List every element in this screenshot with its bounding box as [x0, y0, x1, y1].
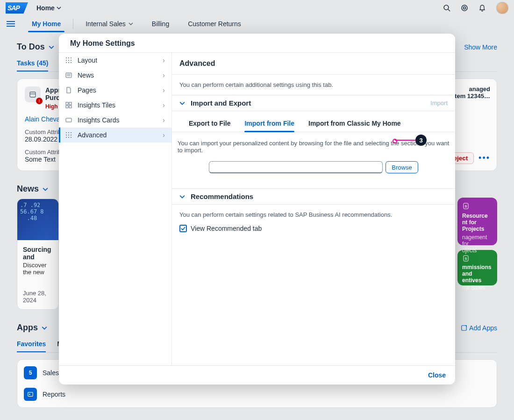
view-recommended-checkbox-row[interactable]: View Recommended tab: [172, 225, 455, 240]
chevron-right-icon: ›: [163, 57, 165, 64]
svg-point-19: [66, 60, 67, 61]
panel-recommendations-header[interactable]: Recommendations: [172, 188, 455, 205]
svg-point-21: [71, 60, 71, 61]
chevron-right-icon: ›: [163, 116, 165, 124]
tab-import-from-file[interactable]: Import from File: [244, 115, 294, 132]
chevron-down-icon: [179, 100, 185, 106]
grid-icon: [65, 57, 73, 64]
annotation-line: [395, 140, 415, 141]
side-item-label: Insights Cards: [78, 116, 119, 124]
panel-import-export-header[interactable]: Import and Export Import: [172, 95, 455, 111]
svg-rect-25: [66, 73, 71, 78]
svg-point-17: [68, 57, 69, 58]
svg-point-23: [68, 62, 69, 63]
dialog-side-nav: Layout › News › Pages › Insights Tiles ›: [59, 53, 172, 365]
close-button[interactable]: Close: [428, 371, 446, 379]
svg-rect-29: [69, 102, 71, 105]
advanced-title: Advanced: [179, 59, 448, 68]
side-item-advanced[interactable]: Advanced ›: [59, 128, 171, 142]
panel-recommendations-title: Recommendations: [191, 192, 253, 200]
news-icon: [65, 72, 73, 78]
side-item-label: News: [78, 71, 94, 79]
svg-rect-30: [66, 106, 68, 108]
svg-point-41: [71, 137, 71, 138]
svg-point-34: [68, 132, 69, 133]
chevron-right-icon: ›: [163, 71, 165, 79]
browse-button[interactable]: Browse: [386, 161, 418, 173]
import-action: Import: [430, 100, 448, 107]
checkbox-label: View Recommended tab: [191, 225, 262, 232]
dialog-title: My Home Settings: [59, 34, 455, 52]
chevron-right-icon: ›: [163, 131, 165, 139]
tiles-icon: [65, 102, 73, 108]
cards-icon: [65, 117, 73, 123]
side-item-insights-cards[interactable]: Insights Cards ›: [59, 113, 171, 128]
side-item-news[interactable]: News ›: [59, 68, 171, 83]
tab-export-to-file[interactable]: Export to File: [189, 115, 230, 132]
chevron-right-icon: ›: [163, 86, 165, 94]
dialog-main: Advanced You can perform certain additio…: [172, 53, 455, 365]
svg-rect-28: [66, 102, 68, 105]
side-item-label: Pages: [78, 86, 96, 94]
svg-rect-31: [69, 106, 71, 108]
grid-icon: [65, 132, 73, 138]
svg-point-18: [71, 57, 71, 58]
page-icon: [65, 87, 73, 93]
svg-point-33: [66, 132, 67, 133]
side-item-label: Layout: [78, 57, 97, 64]
panel-import-export-title: Import and Export: [191, 99, 251, 107]
side-item-label: Advanced: [78, 131, 107, 139]
checkbox-checked-icon[interactable]: [179, 225, 187, 232]
advanced-desc: You can perform certain additional setti…: [172, 75, 455, 95]
my-home-settings-dialog: My Home Settings Layout › News › Pages ›: [59, 34, 455, 384]
chevron-right-icon: ›: [163, 101, 165, 109]
svg-point-40: [68, 137, 69, 138]
side-item-layout[interactable]: Layout ›: [59, 53, 171, 68]
annotation-callout-3: 3: [395, 135, 427, 146]
chevron-down-icon: [179, 194, 185, 199]
side-item-pages[interactable]: Pages ›: [59, 83, 171, 98]
svg-point-38: [71, 135, 71, 135]
modal-overlay: My Home Settings Layout › News › Pages ›: [0, 0, 514, 420]
svg-point-37: [68, 135, 69, 135]
svg-point-22: [66, 62, 67, 63]
annotation-number: 3: [415, 135, 427, 146]
recommendations-desc: You can perform certain settings related…: [172, 205, 455, 225]
svg-point-35: [71, 132, 71, 133]
svg-point-39: [66, 137, 67, 138]
import-file-input[interactable]: [209, 161, 383, 173]
svg-point-24: [71, 62, 71, 63]
tab-import-classic[interactable]: Import from Classic My Home: [308, 115, 401, 132]
svg-rect-32: [66, 118, 71, 122]
svg-point-16: [66, 57, 67, 58]
svg-point-20: [68, 60, 69, 61]
side-item-insights-tiles[interactable]: Insights Tiles ›: [59, 98, 171, 113]
side-item-label: Insights Tiles: [78, 101, 115, 109]
svg-point-36: [66, 135, 67, 135]
